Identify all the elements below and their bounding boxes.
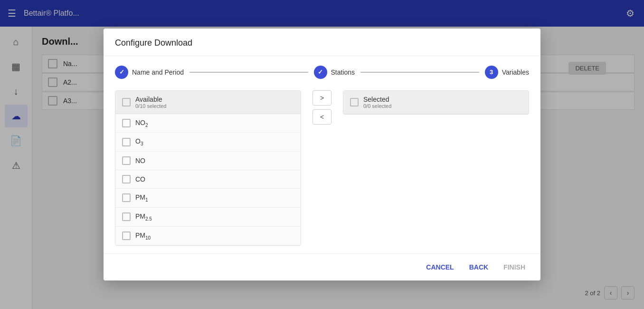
cancel-button[interactable]: CANCEL — [422, 261, 457, 274]
item-checkbox-pm1[interactable] — [122, 193, 131, 202]
selected-panel: Selected 0/0 selected — [343, 90, 529, 115]
step-line-1 — [189, 72, 308, 73]
modal-footer: CANCEL BACK FINISH — [104, 253, 540, 280]
item-checkbox-no[interactable] — [122, 156, 131, 165]
step2-circle: ✓ — [314, 66, 327, 79]
list-item[interactable]: PM2.5 — [115, 208, 301, 227]
list-item[interactable]: PM10 — [115, 227, 301, 246]
selected-title: Selected — [363, 96, 391, 103]
item-label-pm25: PM2.5 — [135, 212, 152, 222]
list-item[interactable]: NO — [115, 152, 301, 170]
modal-dialog: Configure Download ✓ Name and Period ✓ S… — [104, 29, 540, 281]
transfer-right-button[interactable]: > — [313, 90, 331, 106]
transfer-controls: > < — [309, 90, 335, 125]
step-stations: ✓ Stations — [314, 66, 355, 79]
step1-label: Name and Period — [132, 68, 184, 76]
item-label-pm10: PM10 — [135, 232, 151, 241]
list-item[interactable]: NO2 — [115, 114, 301, 133]
step2-label: Stations — [331, 68, 355, 76]
item-checkbox-pm10[interactable] — [122, 232, 131, 240]
selected-subtitle: 0/0 selected — [363, 103, 391, 109]
transfer-left-button[interactable]: < — [313, 109, 331, 125]
item-checkbox-o3[interactable] — [122, 138, 131, 146]
available-title: Available — [135, 96, 166, 103]
modal-header: Configure Download — [104, 29, 540, 56]
selected-panel-header: Selected 0/0 selected — [343, 91, 529, 114]
list-item[interactable]: PM1 — [115, 189, 301, 208]
item-checkbox-no2[interactable] — [122, 119, 131, 127]
finish-button: FINISH — [500, 261, 529, 274]
stepper: ✓ Name and Period ✓ Stations 3 Variables — [104, 56, 540, 87]
available-select-all-checkbox[interactable] — [122, 98, 131, 106]
step-variables: 3 Variables — [485, 66, 529, 79]
available-panel: Available 0/10 selected NO2 O3 — [115, 90, 301, 246]
step3-number: 3 — [490, 68, 493, 76]
item-label-co: CO — [135, 175, 145, 183]
selected-header-text: Selected 0/0 selected — [363, 96, 391, 109]
step1-icon: ✓ — [119, 68, 124, 76]
modal-body: Available 0/10 selected NO2 O3 — [104, 87, 540, 254]
step1-circle: ✓ — [115, 66, 128, 79]
step-line-2 — [360, 72, 479, 73]
back-button[interactable]: BACK — [465, 261, 492, 274]
step3-label: Variables — [502, 68, 529, 76]
item-label-no2: NO2 — [135, 119, 148, 128]
item-label-o3: O3 — [135, 137, 143, 146]
selected-select-all-checkbox[interactable] — [350, 98, 359, 106]
step3-circle: 3 — [485, 66, 498, 79]
modal-title: Configure Download — [115, 38, 192, 48]
list-item[interactable]: O3 — [115, 133, 301, 152]
item-checkbox-pm25[interactable] — [122, 212, 131, 221]
available-subtitle: 0/10 selected — [135, 103, 166, 109]
available-header-text: Available 0/10 selected — [135, 96, 166, 109]
item-checkbox-co[interactable] — [122, 175, 131, 183]
available-panel-header: Available 0/10 selected — [115, 91, 301, 114]
item-label-no: NO — [135, 157, 145, 164]
item-label-pm1: PM1 — [135, 193, 148, 203]
list-item[interactable]: CO — [115, 170, 301, 189]
step2-icon: ✓ — [318, 68, 323, 76]
modal-overlay: Configure Download ✓ Name and Period ✓ S… — [0, 0, 644, 309]
available-items-list: NO2 O3 NO CO — [115, 114, 301, 246]
step-name-period: ✓ Name and Period — [115, 66, 184, 79]
